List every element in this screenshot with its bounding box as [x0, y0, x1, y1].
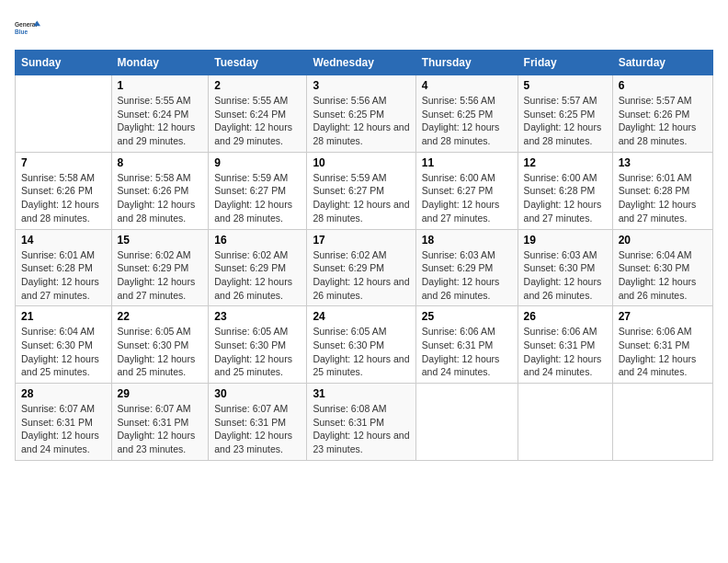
day-info: Sunrise: 6:04 AMSunset: 6:30 PMDaylight:… [21, 325, 106, 379]
calendar-cell: 3 Sunrise: 5:56 AMSunset: 6:25 PMDayligh… [307, 75, 415, 153]
calendar-cell: 28 Sunrise: 6:07 AMSunset: 6:31 PMDaylig… [16, 384, 112, 461]
day-info: Sunrise: 6:05 AMSunset: 6:30 PMDaylight:… [214, 325, 301, 379]
day-info: Sunrise: 6:04 AMSunset: 6:30 PMDaylight:… [619, 248, 707, 303]
calendar-week-row: 1 Sunrise: 5:55 AMSunset: 6:24 PMDayligh… [16, 75, 713, 153]
calendar-cell: 20 Sunrise: 6:04 AMSunset: 6:30 PMDaylig… [612, 229, 712, 306]
day-info: Sunrise: 6:05 AMSunset: 6:30 PMDaylight:… [313, 325, 409, 379]
day-number: 22 [118, 310, 203, 323]
day-number: 23 [214, 310, 301, 323]
calendar-cell: 21 Sunrise: 6:04 AMSunset: 6:30 PMDaylig… [16, 306, 112, 384]
day-info: Sunrise: 6:06 AMSunset: 6:31 PMDaylight:… [422, 325, 512, 379]
calendar-week-row: 7 Sunrise: 5:58 AMSunset: 6:26 PMDayligh… [16, 152, 713, 229]
calendar-cell: 1 Sunrise: 5:55 AMSunset: 6:24 PMDayligh… [111, 75, 209, 153]
day-info: Sunrise: 6:02 AMSunset: 6:29 PMDaylight:… [214, 248, 301, 303]
calendar-week-row: 21 Sunrise: 6:04 AMSunset: 6:30 PMDaylig… [16, 306, 713, 384]
day-info: Sunrise: 6:01 AMSunset: 6:28 PMDaylight:… [619, 171, 707, 225]
calendar-cell: 7 Sunrise: 5:58 AMSunset: 6:26 PMDayligh… [16, 152, 112, 229]
day-info: Sunrise: 5:58 AMSunset: 6:26 PMDaylight:… [118, 171, 203, 225]
day-number: 2 [214, 79, 301, 92]
day-info: Sunrise: 6:00 AMSunset: 6:27 PMDaylight:… [422, 171, 512, 225]
logo: GeneralBlue [15, 15, 40, 40]
day-info: Sunrise: 5:57 AMSunset: 6:26 PMDaylight:… [619, 94, 707, 148]
calendar-cell: 5 Sunrise: 5:57 AMSunset: 6:25 PMDayligh… [518, 75, 612, 153]
calendar-cell: 14 Sunrise: 6:01 AMSunset: 6:28 PMDaylig… [16, 229, 112, 306]
day-number: 8 [118, 156, 203, 169]
day-info: Sunrise: 6:07 AMSunset: 6:31 PMDaylight:… [214, 402, 301, 456]
calendar-cell: 9 Sunrise: 5:59 AMSunset: 6:27 PMDayligh… [209, 152, 307, 229]
day-number: 31 [313, 387, 409, 400]
calendar-header-row: SundayMondayTuesdayWednesdayThursdayFrid… [16, 51, 713, 75]
day-number: 5 [524, 79, 607, 92]
day-number: 19 [524, 234, 607, 247]
day-number: 3 [313, 79, 409, 92]
calendar-week-row: 28 Sunrise: 6:07 AMSunset: 6:31 PMDaylig… [16, 384, 713, 461]
column-header-saturday: Saturday [612, 51, 712, 75]
calendar-cell: 27 Sunrise: 6:06 AMSunset: 6:31 PMDaylig… [612, 306, 712, 384]
day-info: Sunrise: 6:06 AMSunset: 6:31 PMDaylight:… [524, 325, 607, 379]
column-header-friday: Friday [518, 51, 612, 75]
svg-text:Blue: Blue [15, 29, 28, 35]
day-info: Sunrise: 5:57 AMSunset: 6:25 PMDaylight:… [524, 94, 607, 148]
calendar-cell: 31 Sunrise: 6:08 AMSunset: 6:31 PMDaylig… [307, 384, 415, 461]
day-info: Sunrise: 5:58 AMSunset: 6:26 PMDaylight:… [21, 171, 106, 225]
page-header: GeneralBlue [15, 15, 713, 40]
day-number: 13 [619, 156, 707, 169]
day-number: 9 [214, 156, 301, 169]
day-number: 14 [21, 234, 106, 247]
calendar-cell: 17 Sunrise: 6:02 AMSunset: 6:29 PMDaylig… [307, 229, 415, 306]
day-number: 16 [214, 234, 301, 247]
day-number: 7 [21, 156, 106, 169]
calendar-cell: 12 Sunrise: 6:00 AMSunset: 6:28 PMDaylig… [518, 152, 612, 229]
calendar-cell: 30 Sunrise: 6:07 AMSunset: 6:31 PMDaylig… [209, 384, 307, 461]
day-info: Sunrise: 5:59 AMSunset: 6:27 PMDaylight:… [214, 171, 301, 225]
day-info: Sunrise: 5:55 AMSunset: 6:24 PMDaylight:… [118, 94, 203, 148]
day-number: 10 [313, 156, 409, 169]
calendar-cell: 10 Sunrise: 5:59 AMSunset: 6:27 PMDaylig… [307, 152, 415, 229]
column-header-wednesday: Wednesday [307, 51, 415, 75]
calendar-cell: 4 Sunrise: 5:56 AMSunset: 6:25 PMDayligh… [415, 75, 518, 153]
calendar-cell: 22 Sunrise: 6:05 AMSunset: 6:30 PMDaylig… [111, 306, 209, 384]
calendar-cell: 18 Sunrise: 6:03 AMSunset: 6:29 PMDaylig… [415, 229, 518, 306]
day-info: Sunrise: 6:02 AMSunset: 6:29 PMDaylight:… [118, 248, 203, 303]
day-number: 11 [422, 156, 512, 169]
day-number: 24 [313, 310, 409, 323]
calendar-cell: 8 Sunrise: 5:58 AMSunset: 6:26 PMDayligh… [111, 152, 209, 229]
calendar-cell: 15 Sunrise: 6:02 AMSunset: 6:29 PMDaylig… [111, 229, 209, 306]
column-header-thursday: Thursday [415, 51, 518, 75]
calendar-cell: 24 Sunrise: 6:05 AMSunset: 6:30 PMDaylig… [307, 306, 415, 384]
day-info: Sunrise: 5:59 AMSunset: 6:27 PMDaylight:… [313, 171, 409, 225]
day-number: 30 [214, 387, 301, 400]
day-info: Sunrise: 6:01 AMSunset: 6:28 PMDaylight:… [21, 248, 106, 303]
logo-icon: GeneralBlue [15, 15, 40, 40]
calendar-cell: 26 Sunrise: 6:06 AMSunset: 6:31 PMDaylig… [518, 306, 612, 384]
calendar-cell: 2 Sunrise: 5:55 AMSunset: 6:24 PMDayligh… [209, 75, 307, 153]
day-number: 21 [21, 310, 106, 323]
day-number: 6 [619, 79, 707, 92]
day-number: 25 [422, 310, 512, 323]
day-info: Sunrise: 6:07 AMSunset: 6:31 PMDaylight:… [118, 402, 203, 456]
day-number: 17 [313, 234, 409, 247]
day-info: Sunrise: 6:03 AMSunset: 6:30 PMDaylight:… [524, 248, 607, 303]
calendar-table: SundayMondayTuesdayWednesdayThursdayFrid… [15, 50, 713, 461]
calendar-cell [612, 384, 712, 461]
day-number: 18 [422, 234, 512, 247]
column-header-tuesday: Tuesday [209, 51, 307, 75]
day-info: Sunrise: 6:02 AMSunset: 6:29 PMDaylight:… [313, 248, 409, 303]
calendar-cell: 23 Sunrise: 6:05 AMSunset: 6:30 PMDaylig… [209, 306, 307, 384]
calendar-week-row: 14 Sunrise: 6:01 AMSunset: 6:28 PMDaylig… [16, 229, 713, 306]
day-info: Sunrise: 5:56 AMSunset: 6:25 PMDaylight:… [313, 94, 409, 148]
calendar-cell [415, 384, 518, 461]
day-info: Sunrise: 6:08 AMSunset: 6:31 PMDaylight:… [313, 402, 409, 456]
day-info: Sunrise: 5:56 AMSunset: 6:25 PMDaylight:… [422, 94, 512, 148]
svg-text:General: General [15, 21, 37, 28]
calendar-cell: 19 Sunrise: 6:03 AMSunset: 6:30 PMDaylig… [518, 229, 612, 306]
day-info: Sunrise: 6:07 AMSunset: 6:31 PMDaylight:… [21, 402, 106, 456]
day-number: 27 [619, 310, 707, 323]
day-number: 15 [118, 234, 203, 247]
calendar-cell: 25 Sunrise: 6:06 AMSunset: 6:31 PMDaylig… [415, 306, 518, 384]
calendar-cell: 11 Sunrise: 6:00 AMSunset: 6:27 PMDaylig… [415, 152, 518, 229]
day-info: Sunrise: 6:03 AMSunset: 6:29 PMDaylight:… [422, 248, 512, 303]
column-header-monday: Monday [111, 51, 209, 75]
day-number: 29 [118, 387, 203, 400]
day-number: 28 [21, 387, 106, 400]
